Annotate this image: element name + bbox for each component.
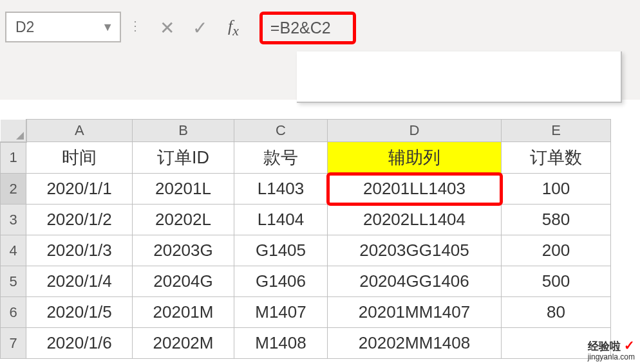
cell-D4[interactable]: 20203GG1405	[328, 235, 502, 266]
separator-dots: ⋮	[129, 18, 140, 33]
cell-A2[interactable]: 2020/1/1	[26, 174, 133, 205]
name-box-value: D2	[15, 19, 34, 36]
cell-D7[interactable]: 20202MM1408	[328, 328, 502, 359]
watermark-text: 经验啦	[588, 340, 621, 352]
cell-D5[interactable]: 20204GG1406	[328, 266, 502, 297]
cell-C4[interactable]: G1405	[234, 235, 328, 266]
cell-C1[interactable]: 款号	[234, 142, 328, 174]
cell-A3[interactable]: 2020/1/2	[26, 205, 133, 235]
cell-B5[interactable]: 20204G	[133, 266, 234, 297]
select-all-corner[interactable]	[1, 120, 26, 142]
cell-E4[interactable]: 200	[502, 235, 611, 266]
chevron-down-icon[interactable]: ▼	[102, 21, 113, 34]
column-header-B[interactable]: B	[133, 120, 234, 142]
fx-icon[interactable]: fx	[228, 17, 239, 39]
row-header-1[interactable]: 1	[1, 142, 26, 174]
name-box[interactable]: D2 ▼	[5, 12, 121, 42]
cell-E3[interactable]: 580	[502, 205, 611, 235]
formula-input[interactable]: =B2&C2	[259, 12, 356, 44]
row-header-7[interactable]: 7	[1, 328, 26, 359]
row-header-2[interactable]: 2	[1, 174, 26, 205]
cell-C7[interactable]: M1408	[234, 328, 328, 359]
cell-D3[interactable]: 20202LL1404	[328, 205, 502, 235]
cell-B2[interactable]: 20201L	[133, 174, 234, 205]
cell-A7[interactable]: 2020/1/6	[26, 328, 133, 359]
spreadsheet-grid: A B C D E 1 时间 订单ID 款号 辅助列 订单数 2 2020/1/…	[0, 119, 640, 359]
cell-D2[interactable]: 20201LL1403	[328, 174, 502, 205]
row-header-5[interactable]: 5	[1, 266, 26, 297]
cell-E1[interactable]: 订单数	[502, 142, 611, 174]
cell-A4[interactable]: 2020/1/3	[26, 235, 133, 266]
cell-B1[interactable]: 订单ID	[133, 142, 234, 174]
cell-C5[interactable]: G1406	[234, 266, 328, 297]
cell-E2[interactable]: 100	[502, 174, 611, 205]
cell-A6[interactable]: 2020/1/5	[26, 297, 133, 328]
row-header-6[interactable]: 6	[1, 297, 26, 328]
cell-C6[interactable]: M1407	[234, 297, 328, 328]
cell-D6[interactable]: 20201MM1407	[328, 297, 502, 328]
formula-input-wrapper: =B2&C2	[259, 12, 635, 44]
cell-E6[interactable]: 80	[502, 297, 611, 328]
formula-bar-buttons: ✕ ✓ fx	[160, 17, 239, 39]
cancel-icon[interactable]: ✕	[160, 17, 174, 39]
cell-B6[interactable]: 20201M	[133, 297, 234, 328]
table-row: 7 2020/1/6 20202M M1408 20202MM1408	[1, 328, 611, 359]
table-row: 5 2020/1/4 20204G G1406 20204GG1406 500	[1, 266, 611, 297]
confirm-icon[interactable]: ✓	[193, 17, 207, 39]
autocomplete-panel[interactable]	[297, 51, 622, 103]
column-header-E[interactable]: E	[502, 120, 611, 142]
table-row: 1 时间 订单ID 款号 辅助列 订单数	[1, 142, 611, 174]
table-row: 3 2020/1/2 20202L L1404 20202LL1404 580	[1, 205, 611, 235]
watermark: 经验啦 ✓ jingyanla.com	[588, 338, 635, 361]
column-header-D[interactable]: D	[328, 120, 502, 142]
cell-B3[interactable]: 20202L	[133, 205, 234, 235]
table-row: 2 2020/1/1 20201L L1403 20201LL1403 100	[1, 174, 611, 205]
cell-B4[interactable]: 20203G	[133, 235, 234, 266]
cell-D1[interactable]: 辅助列	[328, 142, 502, 174]
column-header-C[interactable]: C	[234, 120, 328, 142]
check-icon: ✓	[624, 338, 635, 352]
row-header-3[interactable]: 3	[1, 205, 26, 235]
cell-C3[interactable]: L1404	[234, 205, 328, 235]
table-row: 6 2020/1/5 20201M M1407 20201MM1407 80	[1, 297, 611, 328]
cell-A5[interactable]: 2020/1/4	[26, 266, 133, 297]
cell-C2[interactable]: L1403	[234, 174, 328, 205]
column-header-A[interactable]: A	[26, 120, 133, 142]
cell-A1[interactable]: 时间	[26, 142, 133, 174]
table-row: 4 2020/1/3 20203G G1405 20203GG1405 200	[1, 235, 611, 266]
watermark-url: jingyanla.com	[588, 353, 635, 361]
cell-E5[interactable]: 500	[502, 266, 611, 297]
row-header-4[interactable]: 4	[1, 235, 26, 266]
cell-B7[interactable]: 20202M	[133, 328, 234, 359]
grid-table[interactable]: A B C D E 1 时间 订单ID 款号 辅助列 订单数 2 2020/1/…	[0, 119, 611, 359]
